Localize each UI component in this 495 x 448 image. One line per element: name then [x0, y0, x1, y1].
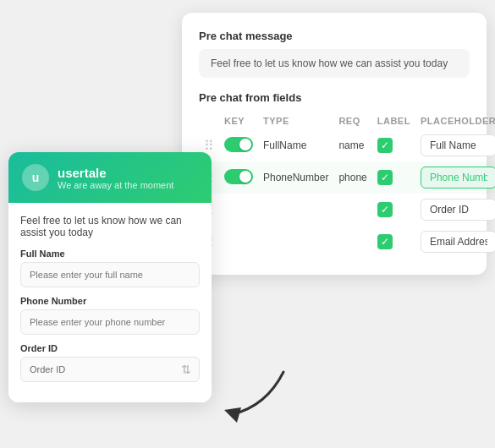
- chat-brand-name: usertale: [58, 166, 173, 180]
- chat-brand-status: We are away at the moment: [58, 180, 173, 190]
- chat-greeting: Feel free to let us know how we can assi…: [20, 215, 200, 238]
- widget-field-select-wrapper: Order ID⇅: [20, 357, 200, 382]
- field-type: phone: [333, 161, 371, 194]
- chat-widget-preview: u usertale We are away at the moment Fee…: [8, 152, 212, 402]
- req-checkbox[interactable]: ✓: [377, 170, 393, 185]
- field-type: [333, 226, 371, 258]
- widget-field-label: Full Name: [20, 249, 200, 259]
- chat-header: u usertale We are away at the moment: [8, 152, 212, 203]
- col-header-type: TYPE: [258, 112, 333, 129]
- label-input[interactable]: [421, 167, 495, 188]
- field-key: FullName: [258, 129, 333, 161]
- label-input[interactable]: [421, 199, 495, 221]
- widget-field-label: Phone Number: [20, 296, 200, 306]
- fields-table: KEY TYPE REQ LABEL PLACEHOLDER ⠿FullName…: [199, 112, 495, 258]
- field-type: name: [333, 129, 371, 161]
- label-input[interactable]: [421, 231, 495, 253]
- field-type: [333, 194, 371, 226]
- table-row: ⠿✓: [199, 226, 495, 258]
- col-header-label: LABEL: [372, 112, 415, 129]
- col-header-req: REQ: [333, 112, 371, 129]
- config-panel: Pre chat message Feel free to let us kno…: [182, 13, 487, 275]
- chat-avatar: u: [22, 164, 49, 191]
- widget-field-input[interactable]: [20, 262, 200, 287]
- arrow-decoration: [216, 363, 283, 414]
- req-checkbox[interactable]: ✓: [377, 234, 393, 249]
- field-key: PhoneNumber: [258, 161, 333, 194]
- col-header-placeholder: PLACEHOLDER: [415, 112, 495, 129]
- req-checkbox[interactable]: ✓: [377, 138, 393, 153]
- chat-body: Feel free to let us know how we can assi…: [8, 203, 212, 402]
- svg-marker-0: [224, 407, 241, 423]
- field-key: [258, 226, 333, 258]
- widget-field-input[interactable]: [20, 309, 200, 335]
- widget-field-select[interactable]: Order ID: [20, 357, 200, 382]
- table-row: ⠿FullNamename✓: [199, 129, 495, 161]
- pre-chat-message-value[interactable]: Feel free to let us know how we can assi…: [199, 49, 470, 78]
- pre-chat-from-label: Pre chat from fields: [199, 91, 470, 104]
- req-checkbox[interactable]: ✓: [377, 202, 393, 217]
- widget-field-label: Order ID: [20, 343, 200, 353]
- toggle-switch[interactable]: [224, 137, 253, 152]
- table-row: ⠿✓: [199, 194, 495, 226]
- col-header-key: KEY: [219, 112, 258, 129]
- drag-handle[interactable]: ⠿: [204, 139, 214, 153]
- table-row: ⠿PhoneNumberphone✓: [199, 161, 495, 194]
- label-input[interactable]: [421, 134, 495, 156]
- field-key: [258, 194, 333, 226]
- toggle-switch[interactable]: [224, 169, 253, 184]
- pre-chat-message-label: Pre chat message: [199, 30, 470, 42]
